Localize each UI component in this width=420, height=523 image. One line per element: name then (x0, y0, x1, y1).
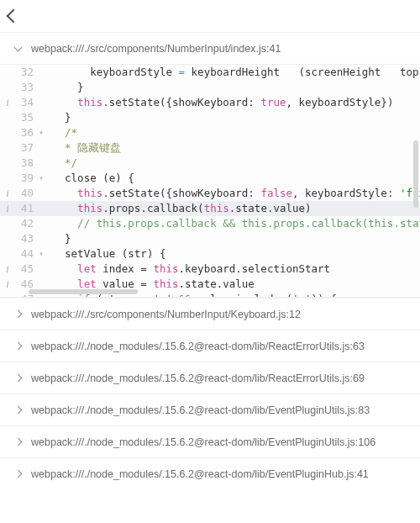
chevron-right-icon (14, 470, 23, 478)
line-number: 41 (15, 201, 39, 216)
source-scroll[interactable]: 32 keyboardStyle = keyboardHeight (scree… (0, 65, 420, 297)
code-text: setValue (str) { (49, 246, 420, 262)
code-text: /* (49, 125, 420, 140)
line-number: 43 (15, 231, 39, 246)
line-number: 32 (15, 65, 39, 80)
source-panel: 32 keyboardStyle = keyboardHeight (scree… (0, 64, 420, 298)
code-text: this.props.callback(this.state.value) (49, 201, 420, 216)
code-text: } (49, 231, 420, 246)
code-line[interactable]: 38 */ (0, 156, 420, 171)
code-line[interactable]: i34 this.setState({showKeyboard: true, k… (0, 95, 420, 110)
stack-frame-label: webpack:///./src/components/NumberInput/… (31, 309, 301, 320)
gutter-mark: i (0, 277, 15, 292)
line-number: 36 (15, 125, 39, 140)
code-text: } (49, 110, 420, 125)
line-number: 39 (15, 171, 39, 186)
horizontal-scrollbar[interactable] (29, 289, 138, 294)
code-line[interactable]: i41 this.props.callback(this.state.value… (0, 201, 420, 216)
code-table: 32 keyboardStyle = keyboardHeight (scree… (0, 65, 420, 297)
vertical-scrollbar[interactable] (413, 140, 418, 208)
stack-frame-row[interactable]: webpack:///./node_modules/.15.6.2@react-… (0, 330, 420, 362)
fold-marker: ▾ (39, 125, 49, 140)
stack-frame-row[interactable]: webpack:///./node_modules/.15.6.2@react-… (0, 394, 420, 425)
code-text: keyboardStyle = keyboardHeight (screenHe… (49, 65, 420, 80)
code-text: let index = this.keyboard.selectionStart (49, 262, 420, 277)
code-line[interactable]: 36▾ /* (0, 125, 420, 140)
code-text: // this.props.callback && this.props.cal… (49, 216, 420, 231)
line-number: 40 (15, 186, 39, 201)
line-number: 34 (15, 95, 39, 110)
chevron-right-icon (14, 374, 23, 383)
line-number: 33 (15, 80, 39, 95)
chevron-right-icon (14, 406, 23, 415)
gutter-mark: i (0, 95, 15, 110)
chevron-right-icon (14, 342, 23, 351)
line-number: 44 (15, 246, 39, 262)
line-number: 37 (15, 140, 39, 156)
fold-marker: ▾ (39, 246, 49, 262)
stack-frame-row[interactable]: webpack:///./node_modules/.15.6.2@react-… (0, 362, 420, 394)
gutter-mark: i (0, 186, 15, 201)
code-line[interactable]: 32 keyboardStyle = keyboardHeight (scree… (0, 65, 420, 80)
chevron-right-icon (14, 310, 23, 319)
code-line[interactable]: 37 * 隐藏键盘 (0, 140, 420, 156)
code-text: close (e) { (49, 171, 420, 186)
stack-frame-row[interactable]: webpack:///./node_modules/.15.6.2@react-… (0, 425, 420, 457)
code-line[interactable]: 42 // this.props.callback && this.props.… (0, 216, 420, 231)
code-line[interactable]: 33 } (0, 80, 420, 95)
code-text: * 隐藏键盘 (49, 140, 420, 156)
stack-frame-label: webpack:///./src/components/NumberInput/… (31, 43, 281, 55)
code-line[interactable]: 44▾ setValue (str) { (0, 246, 420, 262)
stack-frame-label: webpack:///./node_modules/.15.6.2@react-… (31, 372, 365, 384)
stack-frame-row[interactable]: webpack:///./src/components/NumberInput/… (0, 298, 420, 330)
gutter-mark: i (0, 201, 15, 216)
code-line[interactable]: i45 let index = this.keyboard.selectionS… (0, 262, 420, 277)
line-number: 35 (15, 110, 39, 125)
line-number: 45 (15, 262, 39, 277)
line-number: 38 (15, 156, 39, 171)
stack-frame-row[interactable]: webpack:///./src/components/NumberInput/… (0, 32, 420, 64)
stack-frame-row[interactable]: webpack:///./node_modules/.15.6.2@react-… (0, 457, 420, 489)
fold-marker: ▾ (39, 171, 49, 186)
stack-frame-label: webpack:///./node_modules/.15.6.2@react-… (31, 341, 365, 352)
stack-frame-label: webpack:///./node_modules/.15.6.2@react-… (31, 436, 375, 448)
line-number: 42 (15, 216, 39, 231)
code-line[interactable]: 39▾ close (e) { (0, 171, 420, 186)
code-text: this.setState({showKeyboard: false, keyb… (49, 186, 420, 201)
gutter-mark: i (0, 262, 15, 277)
chevron-right-icon (14, 438, 23, 446)
chevron-down-icon (14, 44, 23, 52)
code-text: */ (49, 156, 420, 171)
topbar (0, 0, 420, 32)
code-line[interactable]: 35 } (0, 110, 420, 125)
code-text: this.setState({showKeyboard: true, keybo… (49, 95, 420, 110)
stack-frame-label: webpack:///./node_modules/.15.6.2@react-… (31, 468, 369, 480)
code-line[interactable]: 43 } (0, 231, 420, 246)
back-icon[interactable] (7, 9, 21, 24)
code-text: } (49, 80, 420, 95)
code-line[interactable]: i40 this.setState({showKeyboard: false, … (0, 186, 420, 201)
stack-frame-label: webpack:///./node_modules/.15.6.2@react-… (31, 404, 370, 416)
